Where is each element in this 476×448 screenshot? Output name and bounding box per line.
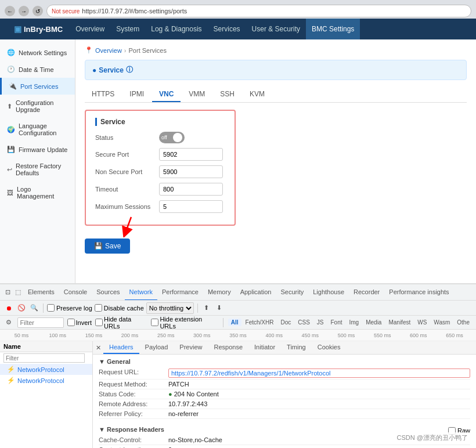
breadcrumb-overview[interactable]: Overview <box>95 47 122 54</box>
browser-chrome: ← → ↺ Not secure https://10.7.97.2/#/bmc… <box>0 0 476 19</box>
tick-300: 300 ms <box>184 333 220 338</box>
secure-port-label: Secure Port <box>95 151 159 158</box>
hide-data-urls-checkbox[interactable] <box>95 319 103 326</box>
remote-address-key: Remote Address: <box>99 400 168 407</box>
tab-ipmi[interactable]: IPMI <box>122 87 151 102</box>
hide-ext-checkbox[interactable] <box>151 319 158 326</box>
breadcrumb-separator: › <box>124 47 127 54</box>
preserve-log-checkbox[interactable] <box>47 304 55 312</box>
search-network-btn[interactable]: 🔍 <box>29 303 39 313</box>
tab-https[interactable]: HTTPS <box>85 87 121 102</box>
refresh-button[interactable]: ↺ <box>33 6 43 16</box>
type-img[interactable]: Img <box>347 319 362 326</box>
detail-tab-preview[interactable]: Preview <box>174 341 208 354</box>
type-fetch[interactable]: Fetch/XHR <box>243 319 277 326</box>
detail-tab-payload[interactable]: Payload <box>139 341 174 354</box>
tick-550: 550 ms <box>365 333 401 338</box>
type-wasm[interactable]: Wasm <box>431 319 453 326</box>
sidebar-item-restore[interactable]: ↩ Restore Factory Defaults <box>0 158 75 181</box>
close-details-btn[interactable]: ✕ <box>93 342 103 353</box>
sidebar-label-datetime: Date & Time <box>19 66 54 73</box>
record-btn[interactable]: ⏺ <box>3 303 14 313</box>
devtools-inspect-btn[interactable]: ⬚ <box>13 287 23 298</box>
devtools-tab-network[interactable]: Network <box>125 284 157 301</box>
remote-address-row: Remote Address: 10.7.97.2:443 <box>99 399 470 409</box>
devtools-tab-lighthouse[interactable]: Lighthouse <box>308 284 349 301</box>
status-code-key: Status Code: <box>99 391 168 398</box>
sidebar-item-config[interactable]: ⬆ Configuration Upgrade <box>0 95 75 118</box>
max-sessions-input[interactable] <box>159 200 223 213</box>
devtools-tab-security[interactable]: Security <box>276 284 308 301</box>
network-row-2[interactable]: ⚡ NetworkProtocol <box>0 375 92 386</box>
tick-100: 100 ms <box>39 333 75 338</box>
devtools-tab-recorder[interactable]: Recorder <box>349 284 384 301</box>
breadcrumb-current: Port Services <box>129 47 167 54</box>
type-all[interactable]: All <box>228 319 241 326</box>
non-secure-port-input[interactable] <box>159 165 223 178</box>
nav-user-security[interactable]: User & Security <box>246 19 306 39</box>
forward-button[interactable]: → <box>19 6 29 16</box>
filter-icon-btn[interactable]: ⚙ <box>3 317 14 328</box>
network-row-1[interactable]: ⚡ NetworkProtocol <box>0 364 92 375</box>
tab-kvm[interactable]: KVM <box>243 87 272 102</box>
tick-250: 250 ms <box>148 333 184 338</box>
service-tabs: HTTPS IPMI VNC VMM SSH KVM <box>85 87 467 103</box>
devtools-tab-memory[interactable]: Memory <box>203 284 236 301</box>
detail-tab-response[interactable]: Response <box>208 341 248 354</box>
detail-tab-headers[interactable]: Headers <box>103 341 139 354</box>
detail-tab-initiator[interactable]: Initiator <box>248 341 281 354</box>
referrer-policy-value: no-referrer <box>168 410 470 417</box>
devtools-tab-sources[interactable]: Sources <box>92 284 124 301</box>
nav-services[interactable]: Services <box>208 19 246 39</box>
devtools-tab-console[interactable]: Console <box>59 284 92 301</box>
tab-vnc[interactable]: VNC <box>152 87 181 102</box>
remote-address-value: 10.7.97.2:443 <box>168 400 470 407</box>
devtools-tab-performance[interactable]: Performance <box>157 284 203 301</box>
sidebar-item-logo[interactable]: 🖼 Logo Management <box>0 181 75 204</box>
name-filter-input[interactable] <box>3 353 85 363</box>
disable-cache-checkbox[interactable] <box>95 304 102 312</box>
filter-input[interactable] <box>17 317 64 328</box>
type-ws[interactable]: WS <box>414 319 430 326</box>
type-doc[interactable]: Doc <box>277 319 294 326</box>
sidebar-item-firmware[interactable]: 💾 Firmware Update <box>0 141 75 158</box>
request-url-value: https://10.7.97.2/redfish/v1/Managers/1/… <box>168 368 470 378</box>
back-button[interactable]: ← <box>5 6 15 16</box>
status-toggle[interactable]: off <box>159 132 185 143</box>
sidebar-item-datetime[interactable]: 🕐 Date & Time <box>0 61 75 78</box>
devtools-cursor-btn[interactable]: ⊡ <box>2 287 13 298</box>
status-row: Status off <box>95 132 225 143</box>
type-other[interactable]: Othe <box>454 319 473 326</box>
devtools-tab-application[interactable]: Application <box>236 284 276 301</box>
save-button[interactable]: 💾 Save <box>85 239 130 254</box>
devtools-tab-performance-insights[interactable]: Performance insights <box>384 284 453 301</box>
tab-ssh[interactable]: SSH <box>213 87 241 102</box>
type-css[interactable]: CSS <box>295 319 313 326</box>
sidebar-item-ports[interactable]: 🔌 Port Services <box>0 78 75 95</box>
nav-system[interactable]: System <box>110 19 145 39</box>
import-btn[interactable]: ⬆ <box>201 303 212 313</box>
nav-log-diagnosis[interactable]: Log & Diagnosis <box>145 19 207 39</box>
type-media[interactable]: Media <box>363 319 384 326</box>
detail-tab-timing[interactable]: Timing <box>281 341 312 354</box>
type-js[interactable]: JS <box>314 319 327 326</box>
sidebar-item-network[interactable]: 🌐 Network Settings <box>0 44 75 61</box>
clear-btn[interactable]: 🚫 <box>16 303 27 313</box>
type-manifest[interactable]: Manifest <box>385 319 413 326</box>
tick-500: 500 ms <box>328 333 364 338</box>
secure-port-input[interactable] <box>159 148 223 161</box>
export-btn[interactable]: ⬇ <box>214 303 225 313</box>
throttling-select[interactable]: No throttling <box>146 302 194 314</box>
devtools-tab-elements[interactable]: Elements <box>23 284 59 301</box>
detail-tab-cookies[interactable]: Cookies <box>312 341 347 354</box>
sidebar-item-language[interactable]: 🌍 Language Configuration <box>0 118 75 141</box>
timeout-input[interactable] <box>159 183 223 196</box>
nav-overview[interactable]: Overview <box>70 19 110 39</box>
type-font[interactable]: Font <box>327 319 345 326</box>
invert-checkbox[interactable] <box>67 319 75 326</box>
nav-bmc-settings[interactable]: BMC Settings <box>306 19 360 39</box>
tab-vmm[interactable]: VMM <box>182 87 212 102</box>
tick-150: 150 ms <box>75 333 111 338</box>
name-filter <box>0 352 92 364</box>
address-bar[interactable]: Not secure https://10.7.97.2/#/bmc-setti… <box>46 5 471 17</box>
